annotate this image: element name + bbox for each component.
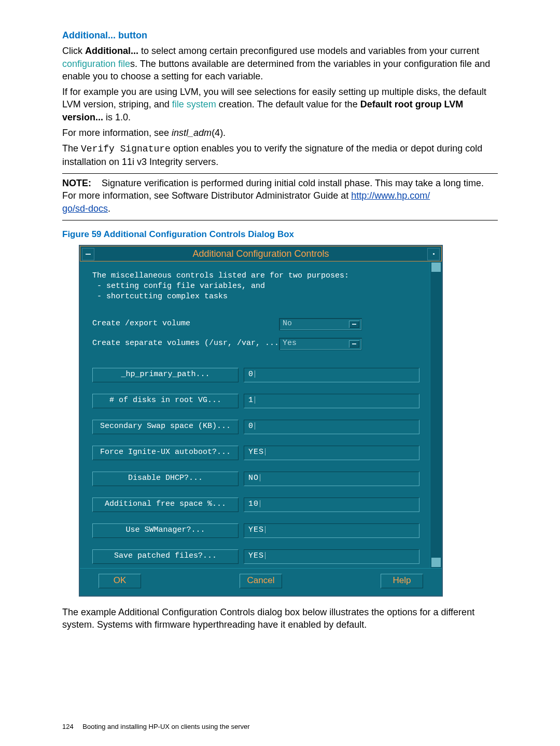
paragraph: The example Additional Configuration Con… xyxy=(62,606,498,631)
config-row: # of disks in root VG...1 xyxy=(92,394,419,408)
config-value-field[interactable]: 1 xyxy=(244,394,419,408)
config-value-field[interactable]: NO xyxy=(244,472,419,486)
link-file-system[interactable]: file system xyxy=(172,99,216,109)
option-row-separate-volumes: Create separate volumes (/usr, /var, ...… xyxy=(92,338,419,350)
config-button[interactable]: _hp_primary_path... xyxy=(92,368,239,382)
config-value-field[interactable]: 0 xyxy=(244,420,419,434)
config-value-field[interactable]: YES xyxy=(244,549,419,564)
dialog-content: The miscellaneous controls listed are fo… xyxy=(80,261,430,568)
scroll-up-icon[interactable] xyxy=(431,263,441,272)
note-paragraph: NOTE: Signature verification is performe… xyxy=(62,177,498,215)
page: Additional... button Click Additional...… xyxy=(0,0,560,746)
config-value: YES xyxy=(248,447,265,458)
text: Click xyxy=(62,46,85,56)
ok-button[interactable]: OK xyxy=(99,574,141,588)
dropdown-value: No xyxy=(283,319,292,329)
paragraph: The Verify Signature option enables you … xyxy=(62,142,498,168)
dialog-titlebar: Additional Configuration Controls xyxy=(80,246,442,261)
help-button[interactable]: Help xyxy=(381,574,423,588)
mono-text: Verify Signature xyxy=(81,144,171,154)
config-button[interactable]: Disable DHCP?... xyxy=(92,472,239,486)
window-minimize-icon[interactable] xyxy=(427,248,440,260)
config-value-field[interactable]: 10 xyxy=(244,498,419,512)
scrollbar[interactable] xyxy=(430,261,442,568)
dialog-additional-config: Additional Configuration Controls The mi… xyxy=(79,245,443,597)
config-value: 0 xyxy=(248,369,255,380)
footer-title: Booting and installing HP-UX on clients … xyxy=(82,723,249,730)
paragraph: If for example you are using LVM, you wi… xyxy=(62,86,498,123)
dropdown-value: Yes xyxy=(283,338,297,349)
config-value: YES xyxy=(248,551,265,561)
dialog-title: Additional Configuration Controls xyxy=(192,247,329,260)
config-value-field[interactable]: YES xyxy=(244,446,419,460)
paragraph: Click Additional... to select among cert… xyxy=(62,45,498,82)
text: (4). xyxy=(212,128,226,138)
divider xyxy=(62,220,498,220)
dropdown-export-volume[interactable]: No xyxy=(279,318,362,330)
config-row: _hp_primary_path...0 xyxy=(92,368,419,382)
page-number: 124 xyxy=(62,722,74,731)
config-button[interactable]: Use SWManager?... xyxy=(92,523,239,538)
cancel-button[interactable]: Cancel xyxy=(240,574,282,588)
config-button[interactable]: Force Ignite-UX autoboot?... xyxy=(92,446,239,460)
link-configuration-file[interactable]: configuration file xyxy=(62,59,130,69)
config-button[interactable]: # of disks in root VG... xyxy=(92,394,239,408)
intro-text: - setting config file variables, and xyxy=(92,281,419,292)
note-label: NOTE: xyxy=(62,178,91,188)
chevron-down-icon xyxy=(349,340,359,348)
config-row: Secondary Swap space (KB)...0 xyxy=(92,420,419,434)
config-button[interactable]: Secondary Swap space (KB)... xyxy=(92,420,239,434)
option-row-export-volume: Create /export volume No xyxy=(92,318,419,330)
config-value: 0 xyxy=(248,421,255,432)
scroll-down-icon[interactable] xyxy=(431,558,441,567)
dropdown-separate-volumes[interactable]: Yes xyxy=(279,338,362,350)
divider xyxy=(62,173,498,174)
config-value-field[interactable]: YES xyxy=(244,523,419,538)
config-value: YES xyxy=(248,525,265,535)
config-row: Disable DHCP?...NO xyxy=(92,472,419,486)
link-hp-sd-docs[interactable]: http://www.hp.com/ xyxy=(351,190,430,201)
italic-text: instl_adm xyxy=(172,128,212,138)
window-menu-icon[interactable] xyxy=(82,248,94,260)
config-row: Save patched files?...YES xyxy=(92,549,419,564)
paragraph: For more information, see instl_adm(4). xyxy=(62,127,498,139)
link-hp-sd-docs-cont[interactable]: go/sd-docs xyxy=(62,203,108,214)
config-row: Additional free space %...10 xyxy=(92,498,419,512)
dialog-footer: OK Cancel Help xyxy=(80,568,442,596)
config-row: Use SWManager?...YES xyxy=(92,523,419,538)
text: is 1.0. xyxy=(103,112,131,122)
dialog-body: The miscellaneous controls listed are fo… xyxy=(80,261,442,568)
config-row: Force Ignite-UX autoboot?...YES xyxy=(92,446,419,460)
text: . xyxy=(108,203,110,214)
bold-text: Additional... xyxy=(85,46,138,56)
config-value: 1 xyxy=(248,395,255,406)
chevron-down-icon xyxy=(349,321,359,328)
text: For more information, see xyxy=(62,128,172,138)
config-button[interactable]: Additional free space %... xyxy=(92,498,239,512)
text: to select among certain preconfigured us… xyxy=(138,46,479,56)
intro-text: - shortcutting complex tasks xyxy=(92,292,419,302)
figure-caption: Figure 59 Additional Configuration Contr… xyxy=(62,229,498,241)
text: The xyxy=(62,143,81,154)
section-heading: Additional... button xyxy=(62,29,498,42)
option-label: Create /export volume xyxy=(92,319,279,329)
config-button[interactable]: Save patched files?... xyxy=(92,549,239,564)
option-label: Create separate volumes (/usr, /var, ... xyxy=(92,338,279,349)
intro-text: The miscellaneous controls listed are fo… xyxy=(92,271,419,281)
page-footer: 124 Booting and installing HP-UX on clie… xyxy=(62,722,250,731)
config-value: 10 xyxy=(248,499,260,509)
config-value: NO xyxy=(248,473,260,483)
text: creation. The default value for the xyxy=(216,99,360,109)
config-value-field[interactable]: 0 xyxy=(244,368,419,382)
